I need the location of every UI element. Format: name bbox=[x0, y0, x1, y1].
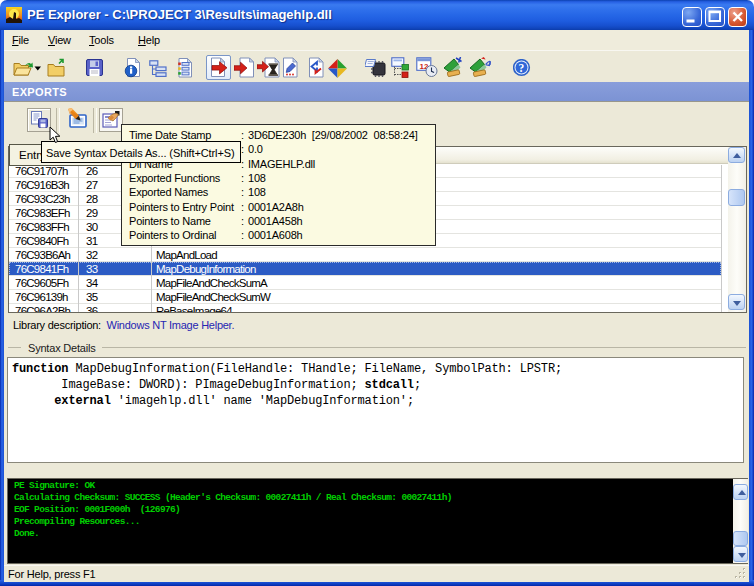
svg-text:?: ? bbox=[518, 62, 524, 74]
